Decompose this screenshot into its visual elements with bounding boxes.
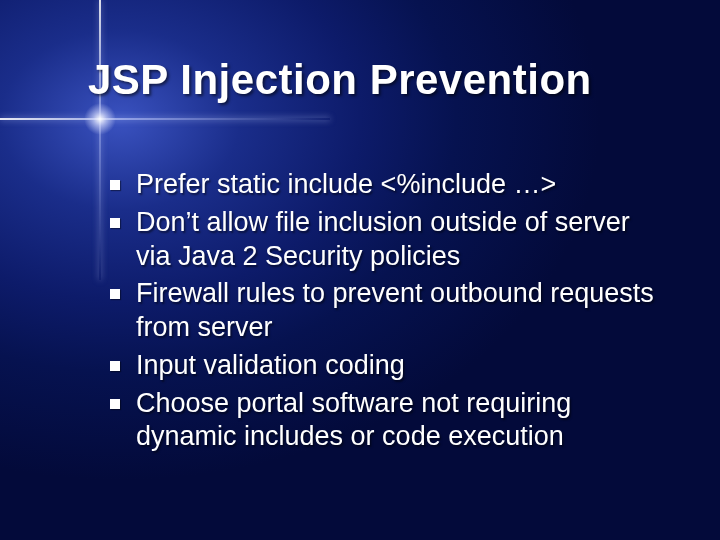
bullet-text: Input validation coding: [136, 349, 670, 383]
list-item: Don’t allow file inclusion outside of se…: [110, 206, 670, 274]
lens-flare-core: [84, 103, 116, 135]
list-item: Prefer static include <%include …>: [110, 168, 670, 202]
slide-title: JSP Injection Prevention: [88, 56, 592, 104]
list-item: Input validation coding: [110, 349, 670, 383]
slide: JSP Injection Prevention Prefer static i…: [0, 0, 720, 540]
bullet-square-icon: [110, 399, 120, 409]
bullet-text: Don’t allow file inclusion outside of se…: [136, 206, 670, 274]
bullet-text: Firewall rules to prevent outbound reque…: [136, 277, 670, 345]
bullet-square-icon: [110, 289, 120, 299]
bullet-square-icon: [110, 361, 120, 371]
list-item: Choose portal software not requiring dyn…: [110, 387, 670, 455]
bullet-text: Choose portal software not requiring dyn…: [136, 387, 670, 455]
slide-body: Prefer static include <%include …> Don’t…: [110, 168, 670, 458]
bullet-text: Prefer static include <%include …>: [136, 168, 670, 202]
bullet-square-icon: [110, 218, 120, 228]
bullet-square-icon: [110, 180, 120, 190]
list-item: Firewall rules to prevent outbound reque…: [110, 277, 670, 345]
